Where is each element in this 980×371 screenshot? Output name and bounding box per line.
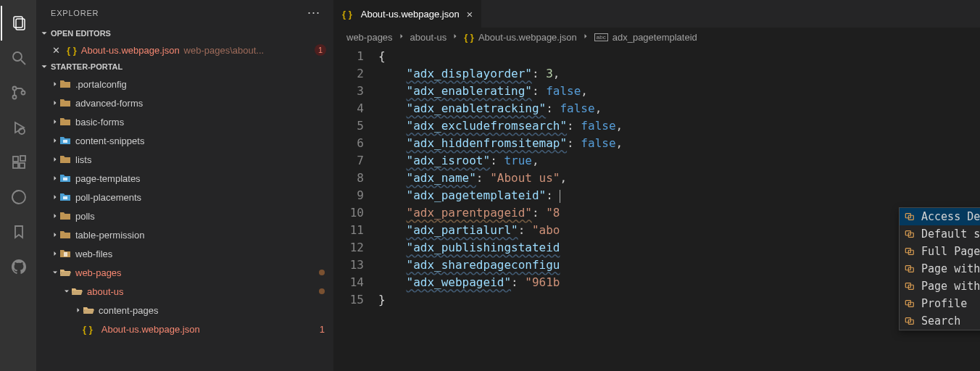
chevron-right-icon[interactable] [74, 306, 83, 314]
folder-item[interactable]: poll-placements [36, 188, 333, 207]
activity-bar [0, 0, 36, 371]
tree-item-label: About-us.webpage.json [101, 324, 200, 335]
activity-search[interactable] [1, 41, 36, 75]
activity-github[interactable] [1, 249, 36, 284]
explorer-more-icon[interactable]: ··· [307, 5, 320, 20]
chevron-down-icon[interactable] [51, 268, 59, 277]
enum-member-icon [904, 315, 915, 327]
line-number: 10 [333, 204, 364, 222]
json-icon: { } [67, 45, 77, 56]
breadcrumb[interactable]: web-pages about-us { } About-us.webpage.… [333, 28, 980, 46]
folder-icon [59, 116, 71, 128]
line-number: 8 [333, 170, 364, 187]
workspace-section[interactable]: STARTER-PORTAL [36, 59, 333, 75]
code-line[interactable]: "adx_isroot": true, [378, 152, 980, 170]
chevron-right-icon[interactable] [51, 230, 59, 239]
folder-item[interactable]: about-us [36, 282, 333, 301]
code-line[interactable]: "adx_enabletracking": false, [378, 100, 980, 117]
folder-item[interactable]: page-templates [36, 169, 333, 188]
code-line[interactable]: "adx_webpageid": "961b [378, 274, 980, 291]
tree-item-label: page-templates [75, 173, 141, 184]
explorer-header: EXPLORER ··· [36, 0, 333, 25]
folder-open-icon [59, 267, 71, 278]
folder-item[interactable]: basic-forms [36, 112, 333, 131]
chevron-right-icon[interactable] [51, 174, 59, 183]
suggest-item[interactable]: Page with child links [900, 260, 980, 278]
folder-item[interactable]: polls [36, 207, 333, 225]
breadcrumb-part[interactable]: adx_pagetemplateid [612, 32, 697, 43]
enum-member-icon [904, 263, 915, 275]
editor-area: { } About-us.webpage.json × web-pages ab… [333, 0, 980, 371]
folder-item[interactable]: advanced-forms [36, 93, 333, 112]
breadcrumb-part[interactable]: About-us.webpage.json [478, 32, 577, 43]
line-number: 15 [333, 291, 364, 309]
folder-item[interactable]: web-pages [36, 263, 333, 282]
chevron-right-icon[interactable] [51, 136, 59, 145]
code-line[interactable]: "adx_publishingstateid [378, 239, 980, 257]
code-line[interactable]: { [378, 48, 980, 65]
folder-item[interactable]: web-files [36, 244, 333, 263]
activity-explorer[interactable] [1, 6, 36, 41]
folder-icon [59, 78, 71, 90]
suggest-item[interactable]: Access Denied [900, 208, 980, 225]
open-editor-item[interactable]: ✕ { } About-us.webpage.json web-pages\ab… [36, 41, 333, 59]
chevron-right-icon[interactable] [51, 193, 59, 201]
folder-item[interactable]: content-pages [36, 301, 333, 320]
svg-rect-9 [13, 157, 18, 162]
folder-item[interactable]: lists [36, 150, 333, 169]
activity-power-platform[interactable] [1, 180, 36, 214]
folder-item[interactable]: content-snippets [36, 131, 333, 150]
breadcrumb-part[interactable]: web-pages [346, 32, 393, 43]
code-line[interactable]: "adx_hiddenfromsitemap": false, [378, 135, 980, 152]
folder-item[interactable]: table-permission [36, 225, 333, 244]
activity-bookmark[interactable] [1, 214, 36, 249]
suggest-item[interactable]: Search [900, 312, 980, 330]
code-line[interactable]: "adx_parentpageid": "8 [378, 204, 980, 222]
folder-item[interactable]: .portalconfig [36, 75, 333, 93]
tree-item-label: advanced-forms [75, 98, 143, 109]
suggest-widget[interactable]: Access DeniedDefault studio templateFull… [899, 207, 980, 330]
file-tree: .portalconfigadvanced-formsbasic-formsco… [36, 75, 333, 371]
chevron-right-icon[interactable] [51, 249, 59, 258]
suggest-item-label: Default studio template [921, 228, 980, 241]
chevron-right-icon[interactable] [51, 117, 59, 126]
breadcrumb-part[interactable]: about-us [410, 32, 447, 43]
code-line[interactable]: "adx_sharedpageconfigu [378, 257, 980, 274]
close-icon[interactable]: ✕ [52, 45, 64, 56]
code-line[interactable]: "adx_enablerating": false, [378, 83, 980, 100]
suggest-item[interactable]: Full Page [900, 243, 980, 260]
svg-rect-11 [20, 163, 25, 168]
code-line[interactable]: } [378, 291, 980, 309]
code-lines[interactable]: { "adx_displayorder": 3, "adx_enablerati… [378, 48, 980, 309]
open-editors-label: OPEN EDITORS [51, 29, 111, 38]
suggest-item[interactable]: Profile [900, 295, 980, 312]
editor-tab[interactable]: { } About-us.webpage.json × [333, 0, 481, 28]
json-icon: { } [464, 32, 474, 43]
folder-icon [59, 210, 71, 222]
code-line[interactable]: "adx_partialurl": "abo [378, 222, 980, 239]
code-line[interactable]: "adx_name": "About us", [378, 170, 980, 187]
code-line[interactable]: "adx_pagetemplateid": [378, 187, 980, 204]
chevron-right-icon[interactable] [51, 80, 59, 88]
code-editor[interactable]: 123456789101112131415 { "adx_displayorde… [333, 46, 980, 309]
code-line[interactable]: "adx_displayorder": 3, [378, 65, 980, 83]
chevron-right-icon[interactable] [51, 212, 59, 220]
file-item[interactable]: { }About-us.webpage.json1 [36, 320, 333, 338]
suggest-item[interactable]: Default studio template [900, 225, 980, 243]
tree-item-label: web-pages [75, 267, 122, 278]
open-editor-path: web-pages\about... [184, 45, 265, 56]
suggest-item[interactable]: Page with title [900, 278, 980, 295]
activity-debug[interactable] [1, 110, 36, 145]
workspace-label: STARTER-PORTAL [51, 62, 122, 71]
activity-extensions[interactable] [1, 145, 36, 180]
close-icon[interactable]: × [467, 8, 473, 20]
json-icon: { } [342, 9, 352, 20]
code-line[interactable]: "adx_excludefromsearch": false, [378, 117, 980, 135]
svg-rect-12 [20, 156, 25, 161]
chevron-right-icon[interactable] [51, 155, 59, 164]
chevron-right-icon[interactable] [51, 99, 59, 107]
tree-item-label: content-snippets [75, 136, 144, 146]
activity-source-control[interactable] [1, 75, 36, 110]
open-editors-section[interactable]: OPEN EDITORS [36, 25, 333, 41]
chevron-down-icon[interactable] [62, 287, 71, 296]
